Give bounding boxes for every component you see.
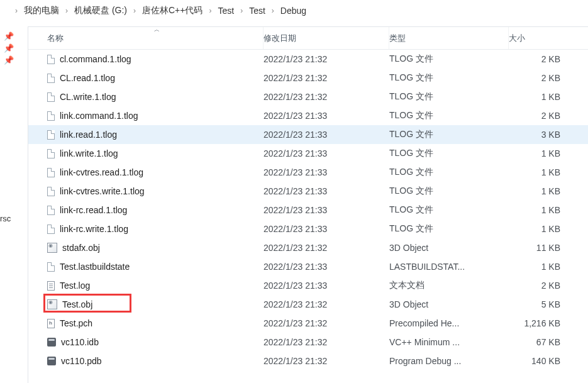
file-size-cell: 1 KB <box>509 262 578 272</box>
file-date-cell: 2022/1/23 21:33 <box>263 130 389 140</box>
file-name-cell: vc110.pdb <box>28 356 263 366</box>
file-size-cell: 140 KB <box>509 356 578 366</box>
column-header-label: 修改日期 <box>263 33 296 44</box>
file-date-cell: 2022/1/23 21:32 <box>263 318 389 328</box>
file-name-cell: Test.log <box>28 280 263 291</box>
file-name-label: Test.lastbuildstate <box>60 262 130 272</box>
breadcrumb: › 我的电脑 › 机械硬盘 (G:) › 唐佐林C++代码 › Test › T… <box>0 0 588 23</box>
file-row[interactable]: link-rc.read.1.tlog2022/1/23 21:33TLOG 文… <box>28 201 588 219</box>
breadcrumb-item[interactable]: 机械硬盘 (G:) <box>72 4 130 18</box>
file-type-cell: LASTBUILDSTAT... <box>389 262 509 272</box>
breadcrumb-item[interactable]: 唐佐林C++代码 <box>140 4 205 18</box>
file-type-icon <box>47 319 55 328</box>
column-header-size[interactable]: 大小 <box>509 27 578 49</box>
file-type-icon <box>47 92 55 102</box>
file-row[interactable]: Test.lastbuildstate2022/1/23 21:33LASTBU… <box>28 257 588 276</box>
file-type-cell: 3D Object <box>389 243 509 253</box>
file-name-cell: CL.write.1.tlog <box>28 92 263 102</box>
file-row[interactable]: stdafx.obj2022/1/23 21:323D Object11 KB <box>28 238 588 257</box>
breadcrumb-item[interactable]: Test <box>247 4 268 17</box>
column-header-label: 名称 <box>47 33 64 44</box>
file-type-cell: TLOG 文件 <box>389 129 509 140</box>
file-row[interactable]: Test.log2022/1/23 21:33文本文档2 KB <box>28 276 588 295</box>
breadcrumb-item[interactable]: Test <box>215 4 236 17</box>
file-type-cell: TLOG 文件 <box>389 53 509 65</box>
quick-access-pins: 📌 📌 📌 <box>0 31 18 65</box>
column-header-type[interactable]: 类型 <box>389 27 509 49</box>
file-type-icon <box>47 74 55 83</box>
file-type-icon <box>47 206 55 215</box>
file-row[interactable]: link.write.1.tlog2022/1/23 21:33TLOG 文件1… <box>28 144 588 163</box>
file-type-cell: 文本文档 <box>389 280 509 291</box>
file-name-label: link.read.1.tlog <box>60 130 117 140</box>
file-date-cell: 2022/1/23 21:33 <box>263 205 389 215</box>
file-row[interactable]: Test.obj2022/1/23 21:323D Object5 KB <box>28 295 588 314</box>
file-size-cell: 11 KB <box>509 243 578 253</box>
file-name-cell: vc110.idb <box>28 337 263 347</box>
file-type-icon <box>47 357 56 365</box>
pin-icon: 📌 <box>4 43 14 53</box>
file-date-cell: 2022/1/23 21:32 <box>263 92 389 102</box>
chevron-right-icon: › <box>236 6 247 15</box>
file-rows: cl.command.1.tlog2022/1/23 21:32TLOG 文件2… <box>28 50 588 370</box>
file-type-icon <box>47 130 55 140</box>
column-header-name[interactable]: 名称 <box>28 27 263 49</box>
column-header-label: 大小 <box>509 33 525 44</box>
file-type-icon <box>47 149 55 158</box>
file-row[interactable]: cl.command.1.tlog2022/1/23 21:32TLOG 文件2… <box>28 50 588 69</box>
file-type-icon <box>47 187 55 196</box>
file-type-icon <box>47 338 56 347</box>
file-row[interactable]: link.command.1.tlog2022/1/23 21:33TLOG 文… <box>28 106 588 125</box>
file-size-cell: 2 KB <box>509 280 578 291</box>
file-name-label: link.write.1.tlog <box>60 148 118 158</box>
file-date-cell: 2022/1/23 21:33 <box>263 167 389 177</box>
file-date-cell: 2022/1/23 21:32 <box>263 337 389 347</box>
file-size-cell: 1 KB <box>509 92 578 102</box>
file-size-cell: 1 KB <box>509 224 578 234</box>
chevron-right-icon: › <box>268 6 278 15</box>
file-row[interactable]: CL.read.1.tlog2022/1/23 21:32TLOG 文件2 KB <box>28 69 588 87</box>
file-type-icon <box>47 168 55 177</box>
file-name-cell: Test.pch <box>28 318 263 328</box>
file-size-cell: 2 KB <box>509 73 578 83</box>
file-name-label: Test.log <box>60 280 90 291</box>
chevron-right-icon: › <box>11 6 21 15</box>
file-row[interactable]: Test.pch2022/1/23 21:32Precompiled He...… <box>28 314 588 333</box>
file-row[interactable]: vc110.pdb2022/1/23 21:32Program Debug ..… <box>28 352 588 370</box>
file-row[interactable]: link-rc.write.1.tlog2022/1/23 21:33TLOG … <box>28 219 588 238</box>
breadcrumb-item[interactable]: Debug <box>278 4 309 17</box>
file-type-cell: TLOG 文件 <box>389 186 509 197</box>
file-row[interactable]: vc110.idb2022/1/23 21:32VC++ Minimum ...… <box>28 333 588 352</box>
file-type-icon <box>47 281 55 291</box>
file-date-cell: 2022/1/23 21:33 <box>263 280 389 291</box>
file-date-cell: 2022/1/23 21:32 <box>263 356 389 366</box>
sort-ascending-icon: ︿ <box>154 26 160 34</box>
file-date-cell: 2022/1/23 21:33 <box>263 111 389 121</box>
file-row[interactable]: link.read.1.tlog2022/1/23 21:33TLOG 文件3 … <box>28 125 588 144</box>
file-size-cell: 2 KB <box>509 111 578 121</box>
breadcrumb-item[interactable]: 我的电脑 <box>21 4 62 18</box>
file-type-cell: TLOG 文件 <box>389 91 509 103</box>
file-type-cell: TLOG 文件 <box>389 72 509 84</box>
file-name-label: link-cvtres.write.1.tlog <box>60 186 145 196</box>
file-date-cell: 2022/1/23 21:33 <box>263 148 389 158</box>
file-name-label: Test.pch <box>60 318 92 328</box>
sidebar-text-fragment: rsc <box>0 214 11 223</box>
file-type-icon <box>47 55 55 64</box>
file-type-icon <box>47 243 57 253</box>
file-row[interactable]: link-cvtres.write.1.tlog2022/1/23 21:33T… <box>28 182 588 201</box>
file-name-label: link-rc.read.1.tlog <box>60 205 127 215</box>
file-row[interactable]: CL.write.1.tlog2022/1/23 21:32TLOG 文件1 K… <box>28 87 588 106</box>
file-date-cell: 2022/1/23 21:32 <box>263 243 389 253</box>
file-type-cell: VC++ Minimum ... <box>389 337 509 347</box>
file-name-cell: link.write.1.tlog <box>28 148 263 158</box>
file-name-label: link-rc.write.1.tlog <box>60 224 128 234</box>
file-type-cell: TLOG 文件 <box>389 110 509 121</box>
file-size-cell: 2 KB <box>509 54 578 64</box>
file-name-cell: Test.lastbuildstate <box>28 262 263 272</box>
file-date-cell: 2022/1/23 21:32 <box>263 73 389 83</box>
column-header-date[interactable]: 修改日期 <box>263 27 389 49</box>
file-type-cell: Precompiled He... <box>389 318 509 328</box>
file-name-label: cl.command.1.tlog <box>60 54 131 64</box>
file-row[interactable]: link-cvtres.read.1.tlog2022/1/23 21:33TL… <box>28 163 588 182</box>
